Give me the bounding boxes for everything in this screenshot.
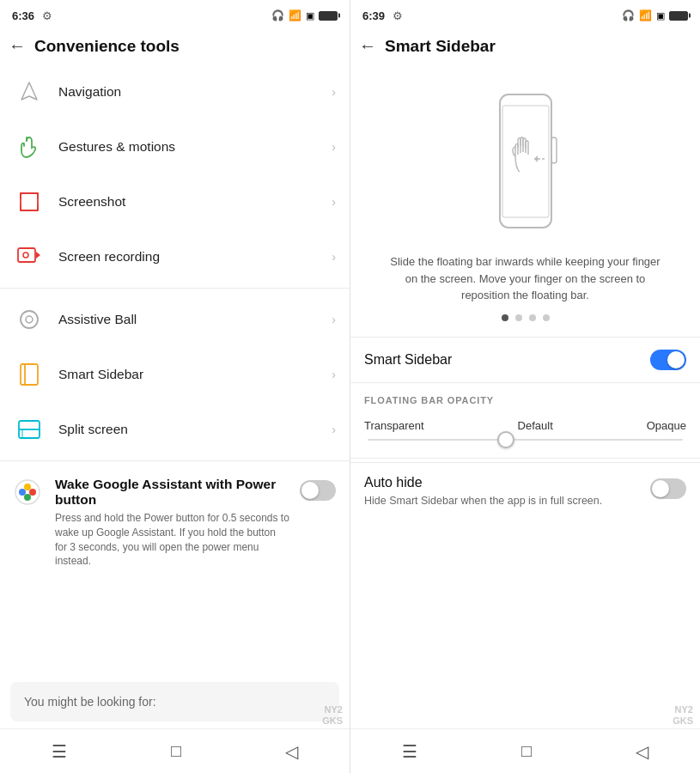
instruction-text: Slide the floating bar inwards while kee… (350, 253, 700, 304)
auto-hide-toggle[interactable] (650, 478, 686, 499)
opacity-transparent-label: Transparent (364, 419, 424, 432)
right-screen-icon: ▣ (656, 10, 665, 21)
dot-4[interactable] (543, 314, 550, 321)
navigation-chevron: › (332, 85, 336, 99)
svg-rect-17 (500, 94, 551, 228)
smart-sidebar-toggle-row: Smart Sidebar (350, 337, 700, 383)
screenshot-chevron: › (332, 195, 336, 209)
svg-rect-18 (502, 106, 549, 217)
opacity-slider-thumb[interactable] (497, 431, 514, 448)
menu-item-split-screen[interactable]: Split screen › (0, 402, 350, 457)
divider-2 (0, 460, 350, 461)
right-back-button[interactable]: ← (359, 36, 376, 56)
left-menu-button[interactable]: ☰ (38, 738, 81, 765)
looking-for-section: You might be looking for: (10, 682, 339, 721)
wake-toggle-knob (301, 482, 319, 499)
assistive-ball-chevron: › (332, 313, 336, 326)
left-bottom-nav: ☰ □ ◁ (0, 728, 350, 773)
right-wifi-icon: 📶 (639, 9, 652, 21)
floating-bar-opacity-section: FLOATING BAR OPACITY Transparent Default… (350, 383, 700, 454)
smart-sidebar-label: Smart Sidebar (58, 367, 332, 382)
left-status-bar: 6:36 ⚙ 🎧 📶 ▣ (0, 0, 350, 27)
right-status-bar: 6:39 ⚙ 🎧 📶 ▣ (350, 0, 700, 27)
svg-point-15 (24, 484, 31, 490)
auto-hide-section: Auto hide Hide Smart Sidebar when the ap… (350, 462, 700, 521)
auto-hide-desc: Hide Smart Sidebar when the app is in fu… (364, 494, 640, 509)
right-page-header: ← Smart Sidebar (350, 27, 700, 64)
right-battery-icon (669, 11, 688, 21)
wake-title: Wake Google Assistant with Power button (55, 477, 289, 508)
svg-rect-1 (21, 193, 38, 210)
split-screen-label: Split screen (58, 422, 332, 437)
wake-toggle[interactable] (300, 480, 336, 501)
menu-item-smart-sidebar[interactable]: Smart Sidebar › (0, 347, 350, 402)
svg-marker-0 (21, 82, 37, 100)
dot-3[interactable] (529, 314, 536, 321)
left-menu-list: Navigation › Gestures & motions › (0, 64, 350, 675)
smart-sidebar-toggle-knob (667, 351, 685, 368)
dot-1[interactable] (502, 314, 508, 321)
headphones-icon: 🎧 (271, 9, 284, 21)
menu-item-assistive-ball[interactable]: Assistive Ball › (0, 292, 350, 347)
split-screen-icon (14, 414, 45, 445)
left-time: 6:36 (12, 9, 34, 22)
right-divider (350, 458, 700, 459)
split-screen-chevron: › (332, 423, 336, 436)
left-status-icons: 🎧 📶 ▣ (271, 9, 338, 21)
watermark-right: NY2GKS (673, 704, 693, 727)
right-back-nav-button[interactable]: ◁ (622, 738, 662, 765)
menu-item-gestures[interactable]: Gestures & motions › (0, 119, 350, 174)
left-page-header: ← Convenience tools (0, 27, 350, 64)
opacity-slider-track[interactable] (368, 439, 683, 441)
right-home-button[interactable]: □ (508, 738, 545, 764)
left-page-title: Convenience tools (34, 37, 180, 56)
svg-point-16 (24, 494, 31, 501)
menu-item-screenshot[interactable]: Screenshot › (0, 174, 350, 229)
svg-point-13 (19, 489, 26, 496)
screenshot-icon (14, 186, 45, 217)
svg-point-14 (29, 489, 36, 496)
opacity-default-label: Default (518, 419, 553, 432)
svg-point-3 (23, 253, 28, 258)
left-back-button[interactable]: ← (9, 36, 26, 56)
screenshot-label: Screenshot (58, 194, 332, 210)
right-headphones-icon: 🎧 (622, 9, 635, 21)
right-bottom-nav: ☰ □ ◁ (350, 728, 700, 773)
gestures-label: Gestures & motions (58, 139, 332, 155)
wake-desc: Press and hold the Power button for 0.5 … (55, 511, 289, 569)
screen-recording-icon (14, 241, 45, 272)
menu-item-navigation[interactable]: Navigation › (0, 64, 350, 119)
dot-2[interactable] (515, 314, 522, 321)
screen-recording-chevron: › (332, 250, 336, 264)
dots-indicator (350, 314, 700, 321)
screen-icon: ▣ (306, 10, 314, 21)
assistive-ball-icon (14, 304, 45, 335)
left-back-nav-button[interactable]: ◁ (271, 738, 312, 765)
right-menu-button[interactable]: ☰ (388, 738, 431, 765)
right-page-title: Smart Sidebar (385, 37, 496, 56)
smart-sidebar-toggle[interactable] (650, 350, 686, 370)
battery-icon (319, 11, 338, 21)
screen-recording-label: Screen recording (58, 249, 332, 265)
illustration-area (350, 64, 700, 253)
opacity-row: Transparent Default Opaque (350, 412, 700, 454)
navigation-icon (14, 76, 45, 107)
menu-item-screen-recording[interactable]: Screen recording › (0, 229, 350, 284)
auto-hide-title: Auto hide (364, 475, 640, 490)
opacity-opaque-label: Opaque (647, 419, 686, 432)
right-settings-icon: ⚙ (393, 9, 403, 22)
svg-marker-20 (534, 155, 538, 162)
floating-bar-section-label: FLOATING BAR OPACITY (350, 383, 700, 412)
assistive-ball-label: Assistive Ball (58, 312, 332, 327)
svg-point-5 (21, 311, 38, 328)
phone-illustration (483, 90, 569, 240)
gestures-chevron: › (332, 140, 336, 154)
gestures-icon (14, 131, 45, 162)
left-home-button[interactable]: □ (157, 738, 195, 764)
wake-google-section: Wake Google Assistant with Power button … (0, 465, 350, 581)
svg-rect-7 (21, 364, 38, 385)
divider-1 (0, 288, 350, 289)
smart-sidebar-chevron: › (332, 368, 336, 381)
svg-rect-2 (18, 248, 35, 262)
google-assistant-icon (14, 478, 45, 506)
